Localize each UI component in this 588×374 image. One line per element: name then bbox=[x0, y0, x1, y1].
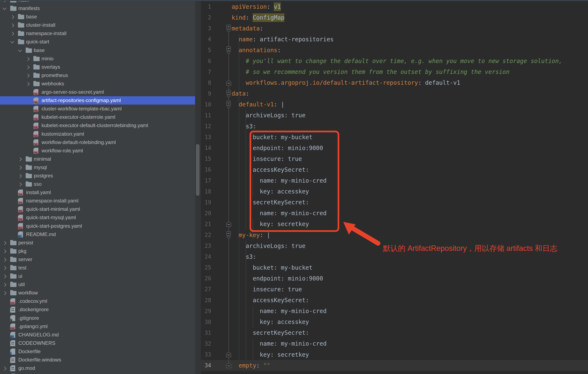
tree-row[interactable]: YMLnamespace-install.yaml bbox=[0, 197, 195, 205]
tree-row[interactable]: quick-start bbox=[0, 38, 195, 46]
tree-row[interactable]: YMLcluster-workflow-template-rbac.yaml bbox=[0, 105, 195, 113]
chevron-right-icon[interactable] bbox=[2, 266, 6, 270]
tree-row[interactable]: server bbox=[0, 255, 195, 264]
tree-row[interactable]: CODEOWNERS bbox=[0, 339, 195, 347]
code-line[interactable]: 12 s3: bbox=[201, 121, 588, 132]
tree-row[interactable]: base bbox=[0, 12, 195, 21]
chevron-right-icon[interactable] bbox=[2, 249, 6, 253]
code-line[interactable]: 4 name: artifact-repositories bbox=[201, 34, 588, 45]
tree-row[interactable]: YMLkubelet-executor-clusterrole.yaml bbox=[0, 113, 195, 121]
code-line[interactable]: 34 empty: "" bbox=[201, 360, 588, 371]
fold-marker-icon[interactable] bbox=[211, 88, 232, 99]
tree-row[interactable]: YMLkubelet-executor-default-clusterroleb… bbox=[0, 121, 195, 130]
code-line[interactable]: 32 name: my-minio-cred bbox=[201, 338, 588, 349]
chevron-right-icon[interactable] bbox=[26, 57, 29, 61]
tree-row[interactable] bbox=[0, 372, 195, 374]
tree-row[interactable]: namespace-install bbox=[0, 29, 195, 38]
chevron-right-icon[interactable] bbox=[2, 241, 6, 245]
tree-row[interactable]: webhooks bbox=[0, 80, 195, 88]
tree-scrollbar-thumb[interactable] bbox=[196, 144, 200, 196]
tree-row[interactable]: prometheus bbox=[0, 71, 195, 80]
fold-marker-icon[interactable] bbox=[211, 349, 232, 360]
fold-marker-icon[interactable] bbox=[211, 230, 232, 240]
tree-row[interactable]: MDCHANGELOG.md bbox=[0, 331, 195, 339]
code-line[interactable]: 27 insecure: true bbox=[201, 284, 588, 295]
chevron-right-icon[interactable] bbox=[26, 74, 29, 77]
chevron-right-icon[interactable] bbox=[10, 15, 14, 19]
code-line[interactable]: 25 bucket: my-bucket bbox=[201, 262, 588, 273]
tree-row[interactable]: YML.codecov.yml bbox=[0, 297, 195, 305]
code-line[interactable]: 2kind: ConfigMap bbox=[201, 12, 588, 23]
fold-marker-icon[interactable] bbox=[211, 219, 232, 230]
tree-row[interactable]: YMLquick-start-postgres.yaml bbox=[0, 222, 195, 230]
chevron-right-icon[interactable] bbox=[10, 32, 14, 36]
chevron-right-icon[interactable] bbox=[2, 283, 6, 287]
code-line[interactable]: 9data: bbox=[201, 88, 588, 99]
code-line[interactable]: 31 secretKeySecret: bbox=[201, 327, 588, 338]
tree-row[interactable]: YML.golangci.yml bbox=[0, 322, 195, 331]
code-line[interactable]: 33 key: secretkey bbox=[201, 349, 588, 360]
chevron-right-icon[interactable] bbox=[2, 291, 6, 295]
tree-row[interactable]: cluster-install bbox=[0, 21, 195, 29]
code-line[interactable]: 5 annotations: bbox=[201, 45, 588, 55]
tree-row[interactable]: go.mod bbox=[0, 364, 195, 372]
code-line[interactable]: 28 accessKeySecret: bbox=[201, 295, 588, 306]
tree-row[interactable]: manifests bbox=[0, 4, 195, 12]
code-line[interactable]: 8 workflows.argoproj.io/default-artifact… bbox=[201, 77, 588, 88]
chevron-right-icon[interactable] bbox=[10, 24, 14, 27]
code-line[interactable]: 3metadata: bbox=[201, 23, 588, 34]
tree-row[interactable]: DDockerfile bbox=[0, 347, 195, 356]
tree-row[interactable]: YMLquick-start-minimal.yaml bbox=[0, 205, 195, 213]
tree-row[interactable]: minimal bbox=[0, 155, 195, 163]
chevron-right-icon[interactable] bbox=[26, 65, 29, 69]
tree-row[interactable]: sso bbox=[0, 180, 195, 188]
chevron-right-icon[interactable] bbox=[18, 157, 22, 161]
chevron-right-icon[interactable] bbox=[2, 258, 6, 262]
tree-row[interactable]: YMLquick-start-mysql.yaml bbox=[0, 213, 195, 222]
tree-row[interactable]: ui bbox=[0, 272, 195, 280]
code-line[interactable]: 1apiVersion: v1 bbox=[201, 1, 588, 12]
fold-marker-icon[interactable] bbox=[211, 23, 232, 34]
code-line[interactable]: 6 # you'll want to change the default ov… bbox=[201, 55, 588, 66]
chevron-down-icon[interactable] bbox=[10, 40, 14, 43]
tree-row[interactable]: YMLkustomization.yaml bbox=[0, 130, 195, 138]
chevron-right-icon[interactable] bbox=[2, 366, 6, 370]
chevron-right-icon[interactable] bbox=[18, 174, 22, 178]
chevron-right-icon[interactable] bbox=[26, 82, 29, 86]
chevron-right-icon[interactable] bbox=[18, 182, 22, 186]
fold-marker-icon[interactable] bbox=[211, 99, 232, 110]
chevron-down-icon[interactable] bbox=[2, 6, 6, 10]
tree-row[interactable]: postgres bbox=[0, 171, 195, 180]
chevron-down-icon[interactable] bbox=[18, 48, 22, 52]
chevron-right-icon[interactable] bbox=[18, 166, 22, 170]
tree-row[interactable]: overlays bbox=[0, 63, 195, 71]
tree-row[interactable]: workflow bbox=[0, 289, 195, 297]
tree-row[interactable]: base bbox=[0, 46, 195, 54]
tree-row[interactable]: mysql bbox=[0, 163, 195, 171]
tree-row[interactable]: Dockerfile.windows bbox=[0, 356, 195, 364]
code-line[interactable]: 10 default-v1: | bbox=[201, 99, 588, 110]
tree-row[interactable]: YMLartifact-repositories-configmap.yaml bbox=[0, 96, 195, 105]
tree-row[interactable]: MDREADME.md bbox=[0, 230, 195, 239]
fold-marker-icon[interactable] bbox=[211, 360, 232, 371]
tree-row-label: workflow-role.yaml bbox=[42, 147, 83, 155]
chevron-right-icon[interactable] bbox=[2, 274, 6, 278]
code-line[interactable]: 11 archiveLogs: true bbox=[201, 110, 588, 121]
tree-row[interactable]: persist bbox=[0, 239, 195, 247]
tree-row[interactable]: YMLargo-server-sso-secret.yaml bbox=[0, 88, 195, 96]
tree-row[interactable]: test bbox=[0, 264, 195, 272]
fold-marker-icon[interactable] bbox=[211, 45, 232, 55]
tree-row[interactable]: minio bbox=[0, 54, 195, 63]
code-line[interactable]: 26 endpoint: minio:9000 bbox=[201, 273, 588, 284]
tree-row[interactable]: pkg bbox=[0, 247, 195, 255]
code-line[interactable]: 7 # so we recommend you version them fro… bbox=[201, 67, 588, 77]
fold-marker-icon[interactable] bbox=[211, 77, 232, 88]
tree-row[interactable]: YMLworkflow-default-rolebinding.yaml bbox=[0, 138, 195, 147]
tree-row[interactable]: .gitignore bbox=[0, 314, 195, 322]
tree-row[interactable]: .dockerignore bbox=[0, 305, 195, 314]
tree-row[interactable]: util bbox=[0, 280, 195, 289]
code-line[interactable]: 29 name: my-minio-cred bbox=[201, 306, 588, 317]
code-line[interactable]: 30 key: accesskey bbox=[201, 317, 588, 327]
tree-row[interactable]: YMLworkflow-role.yaml bbox=[0, 147, 195, 155]
tree-row[interactable]: YMLinstall.yaml bbox=[0, 188, 195, 197]
